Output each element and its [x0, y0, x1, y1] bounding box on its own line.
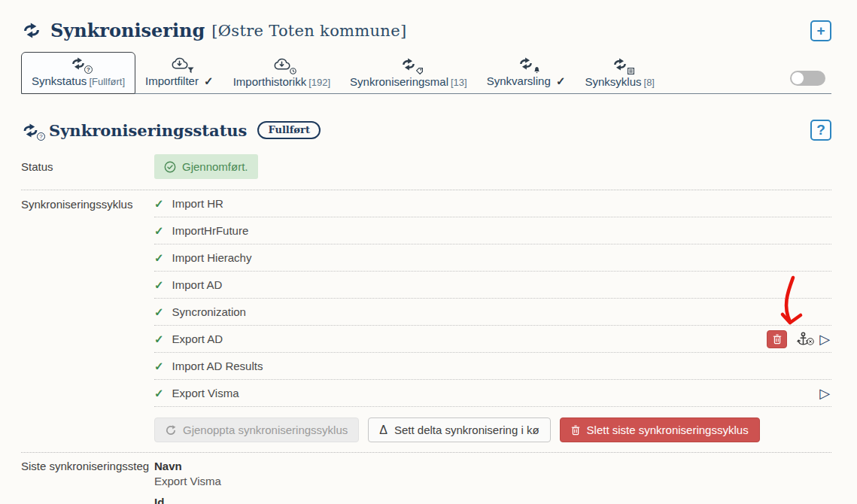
section-header: ? Synkroniseringsstatus Fullført ?: [21, 120, 831, 141]
tab-synkroniseringsmal[interactable]: Synkroniseringsmal[13]: [340, 53, 477, 93]
step-name: Import HR: [172, 197, 223, 210]
status-badge: Gjennomført.: [154, 154, 258, 179]
remove-from-queue-anchor-icon[interactable]: [797, 332, 810, 346]
tab-importhistorikk[interactable]: Importhistorikk[192]: [223, 53, 340, 93]
tab-count: [192]: [308, 77, 330, 88]
cycle-step-export-ad: ✓ Export AD ▷: [154, 326, 831, 353]
check-icon: ✓: [154, 305, 164, 319]
check-icon: ✓: [154, 387, 164, 400]
tab-label: Synkroniseringsmal: [350, 75, 448, 88]
tab-check: ✓: [556, 74, 566, 87]
tab-bar: ? Synkstatus[Fullført] Importfilter ✓ Im…: [21, 52, 831, 94]
check-circle-icon: [164, 161, 176, 173]
section-title: Synkroniseringsstatus: [49, 121, 247, 140]
tab-label: Synksyklus: [585, 75, 641, 88]
circle-x-badge: [807, 335, 814, 348]
run-step-button[interactable]: ▷: [819, 387, 830, 400]
run-step-button[interactable]: ▷: [819, 332, 830, 346]
id-key: Id: [154, 496, 831, 504]
status-pill: Fullført: [257, 121, 320, 139]
cycle-step: ✓ Import AD Results: [154, 353, 831, 380]
tab-count: [8]: [644, 77, 655, 88]
cycle-step: ✓ ImportHrFuture: [154, 217, 831, 244]
resume-cycle-button[interactable]: Gjenoppta synkroniseringssyklus: [154, 417, 359, 442]
check-icon: ✓: [154, 278, 164, 292]
step-name: Import Hierachy: [172, 251, 252, 264]
check-icon: ✓: [154, 251, 164, 265]
check-icon: ✓: [154, 360, 164, 373]
name-value: Export Visma: [154, 475, 831, 487]
sync-question-icon: ?: [70, 57, 87, 72]
cloud-download-history-icon: [273, 58, 290, 73]
step-name: Import AD: [172, 278, 223, 291]
page-title: Synkronisering: [50, 20, 205, 41]
step-name: Import AD Results: [172, 360, 263, 372]
help-button[interactable]: ?: [810, 120, 831, 141]
tab-synkvarsling[interactable]: Synkvarsling ✓: [477, 53, 576, 93]
step-name: Export AD: [172, 332, 223, 345]
tab-count: [13]: [451, 77, 467, 88]
sync-list-icon: [612, 58, 628, 73]
status-row: Status Gjennomført.: [21, 154, 831, 190]
toggle-switch[interactable]: [790, 71, 825, 86]
trash-icon: [773, 334, 782, 345]
sync-icon: [21, 23, 42, 38]
tab-importfilter[interactable]: Importfilter ✓: [135, 53, 223, 93]
delta-icon: Δ: [379, 424, 387, 437]
toggle-knob: [792, 72, 804, 84]
status-label: Status: [21, 160, 154, 173]
tab-count: [Fullført]: [89, 76, 125, 87]
cycle-step-export-visma: ✓ Export Visma ▷: [154, 380, 831, 407]
cycle-step: ✓ Syncronization: [154, 299, 831, 326]
cycle-label: Synkroniseringssyklus: [21, 190, 154, 452]
page-subtitle: [Østre Toten kommune]: [211, 22, 406, 40]
delete-step-button[interactable]: [767, 330, 787, 348]
check-icon: ✓: [154, 332, 164, 346]
delta-sync-queue-button[interactable]: Δ Sett delta synkronisering i kø: [368, 417, 550, 442]
trash-icon: [571, 425, 580, 436]
page-header: Synkronisering [Østre Toten kommune] +: [21, 20, 831, 41]
tab-synksyklus[interactable]: Synksyklus[8]: [575, 53, 664, 93]
sync-bell-icon: [518, 57, 534, 72]
step-name: Syncronization: [172, 305, 246, 318]
last-step-label: Siste synkroniseringssteg: [21, 460, 154, 504]
last-step-row: Siste synkroniseringssteg Navn Export Vi…: [21, 453, 831, 504]
cycle-step: ✓ Import AD: [154, 272, 831, 299]
tab-label: Synkvarsling: [487, 74, 551, 87]
name-key: Navn: [154, 460, 831, 472]
tab-synkstatus[interactable]: ? Synkstatus[Fullført]: [21, 52, 135, 94]
sync-tag-icon: [400, 58, 417, 73]
tab-label: Synkstatus: [32, 74, 87, 87]
check-icon: ✓: [154, 224, 164, 238]
add-button[interactable]: +: [810, 20, 831, 41]
delete-last-cycle-button[interactable]: Slett siste synkroniseringssyklus: [560, 417, 760, 442]
cycle-step: ✓ Import Hierachy: [154, 244, 831, 272]
redo-icon: [166, 425, 176, 436]
tab-check: ✓: [204, 74, 214, 87]
check-icon: ✓: [154, 197, 164, 211]
cycle-row: Synkroniseringssyklus ✓ Import HR ✓ Impo…: [21, 190, 831, 452]
tab-label: Importfilter: [145, 74, 199, 87]
cycle-actions: Gjenoppta synkroniseringssyklus Δ Sett d…: [154, 417, 831, 452]
step-name: Export Visma: [172, 387, 239, 399]
step-name: ImportHrFuture: [172, 224, 249, 237]
sync-status-icon: ?: [21, 123, 40, 138]
tab-label: Importhistorikk: [233, 75, 307, 88]
cycle-step: ✓ Import HR: [154, 190, 831, 217]
cloud-download-filter-icon: [171, 57, 188, 72]
